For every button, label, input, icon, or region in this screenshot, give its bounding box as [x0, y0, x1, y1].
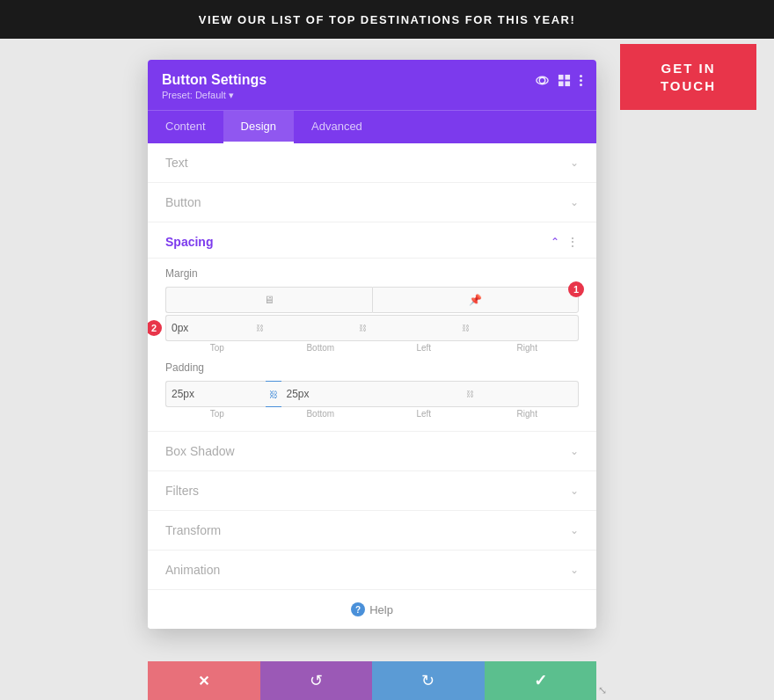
help-row[interactable]: ? Help	[148, 590, 596, 629]
svg-point-0	[539, 77, 545, 84]
section-filters-label: Filters	[165, 484, 199, 498]
modal-tabs: Content Design Advanced	[148, 110, 596, 143]
spacing-header: Spacing ⌃ ⋮	[148, 222, 596, 259]
chevron-down-icon: ⌄	[570, 564, 579, 576]
modal-title-area: Button Settings Preset: Default ▾	[162, 72, 267, 101]
label-left: Left	[372, 343, 476, 353]
cancel-button[interactable]: ✕	[148, 661, 260, 700]
chevron-down-icon: ⌄	[570, 196, 579, 208]
svg-rect-3	[565, 75, 570, 80]
padding-col-labels: Top Bottom Left Right	[165, 409, 579, 419]
section-filters[interactable]: Filters ⌄	[148, 471, 596, 511]
modal-header-icons	[536, 72, 582, 87]
more-options-icon[interactable]	[580, 75, 582, 86]
padding-label-bottom: Bottom	[269, 409, 373, 419]
tab-advanced[interactable]: Advanced	[294, 111, 380, 143]
margin-label: Margin	[165, 267, 579, 280]
padding-left-input[interactable]: ⛓	[380, 381, 479, 407]
margin-device-desktop[interactable]: 🖥	[165, 287, 372, 313]
section-button-label: Button	[165, 195, 201, 209]
padding-link-icon[interactable]: ⛓	[266, 381, 281, 407]
padding-label-right: Right	[476, 409, 580, 419]
padding-label-left: Left	[372, 409, 476, 419]
modal-body: Text ⌄ Button ⌄ Spacing ⌃ ⋮ Margin	[148, 143, 596, 629]
resize-handle[interactable]: ⤡	[598, 684, 607, 696]
padding-bottom-value: 25px	[287, 388, 310, 400]
modal-title: Button Settings	[162, 72, 267, 88]
margin-top-input[interactable]: 0px ⛓	[165, 315, 269, 341]
chevron-down-icon: ⌄	[570, 485, 579, 497]
section-transform-label: Transform	[165, 523, 221, 537]
label-bottom: Bottom	[269, 343, 373, 353]
link-icon-4: ⛓	[466, 390, 474, 398]
spacing-options-icon[interactable]: ⋮	[566, 235, 579, 249]
grid-icon[interactable]	[558, 74, 571, 87]
spacing-content: Margin 🖥 📌 1	[148, 259, 596, 432]
margin-bottom-input[interactable]: ⛓	[269, 315, 372, 341]
margin-left-input[interactable]: ⛓	[372, 315, 475, 341]
padding-inputs-area: 25px ⛓ 25px ⛓	[165, 381, 579, 419]
pin-icon: 📌	[469, 294, 482, 306]
section-text-label: Text	[165, 156, 188, 170]
eye-icon[interactable]	[536, 74, 549, 87]
modal-preset[interactable]: Preset: Default ▾	[162, 90, 267, 101]
margin-device-pin[interactable]: 📌	[372, 287, 580, 313]
padding-top-input[interactable]: 25px	[165, 381, 266, 407]
svg-rect-2	[559, 75, 564, 80]
modal-header: Button Settings Preset: Default ▾	[148, 60, 596, 110]
get-in-touch-button[interactable]: GET IN TOUCH	[620, 44, 756, 110]
desktop-icon: 🖥	[264, 294, 274, 306]
section-text[interactable]: Text ⌄	[148, 143, 596, 183]
chevron-down-icon: ⌄	[570, 445, 579, 457]
section-box-shadow[interactable]: Box Shadow ⌄	[148, 432, 596, 471]
spacing-header-icons: ⌃ ⋮	[551, 235, 579, 249]
help-label: Help	[369, 603, 393, 616]
section-box-shadow-label: Box Shadow	[165, 444, 235, 458]
top-banner: VIEW OUR LIST OF TOP DESTINATIONS FOR TH…	[0, 0, 774, 39]
section-animation[interactable]: Animation ⌄	[148, 551, 596, 590]
label-top: Top	[165, 343, 269, 353]
padding-right-input[interactable]	[479, 381, 580, 407]
margin-right-input[interactable]	[475, 315, 579, 341]
redo-button[interactable]: ↻	[372, 661, 485, 700]
padding-value-row: 25px ⛓ 25px ⛓	[165, 381, 579, 407]
link-icon: ⛓	[256, 324, 264, 332]
badge-1: 1	[568, 281, 584, 297]
link-icon-3: ⛓	[462, 324, 470, 332]
chevron-down-icon: ⌄	[570, 157, 579, 169]
tab-design[interactable]: Design	[223, 111, 294, 143]
badge-2: 2	[148, 320, 162, 336]
section-button[interactable]: Button ⌄	[148, 183, 596, 222]
link-icon-2: ⛓	[359, 324, 367, 332]
button-settings-modal: Button Settings Preset: Default ▾	[148, 60, 596, 629]
reset-button[interactable]: ↺	[260, 661, 373, 700]
section-animation-label: Animation	[165, 563, 220, 577]
section-transform[interactable]: Transform ⌄	[148, 511, 596, 551]
padding-label-top: Top	[165, 409, 269, 419]
padding-label: Padding	[165, 361, 579, 374]
tab-content[interactable]: Content	[148, 111, 223, 143]
save-button[interactable]: ✓	[485, 661, 597, 700]
padding-bottom-input[interactable]: 25px	[281, 381, 381, 407]
chain-link-icon: ⛓	[269, 390, 278, 399]
chevron-up-icon[interactable]: ⌃	[551, 236, 559, 248]
margin-top-value: 0px	[172, 322, 188, 334]
chevron-down-icon: ⌄	[570, 524, 579, 536]
spacing-section-label: Spacing	[165, 235, 213, 249]
banner-text: VIEW OUR LIST OF TOP DESTINATIONS FOR TH…	[199, 13, 576, 26]
padding-top-value: 25px	[172, 388, 194, 400]
svg-rect-5	[565, 81, 570, 86]
margin-col-labels: Top Bottom Left Right	[165, 343, 579, 353]
margin-value-row: 2 0px ⛓ ⛓ ⛓	[165, 315, 579, 341]
svg-rect-4	[559, 81, 564, 86]
label-right: Right	[476, 343, 580, 353]
action-bar: ✕ ↺ ↻ ✓ ⤡	[148, 661, 596, 700]
margin-inputs-area: 🖥 📌 1 2	[165, 287, 579, 353]
help-icon: ?	[351, 602, 365, 616]
